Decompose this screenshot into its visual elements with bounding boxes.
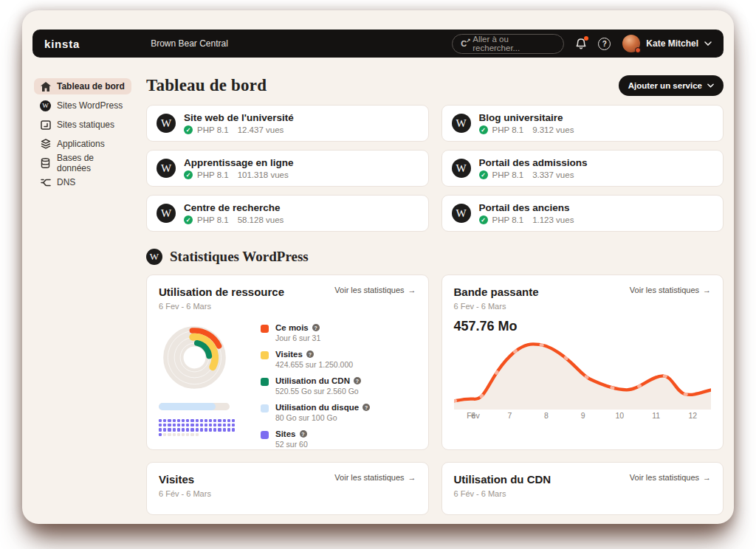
app-window: kinsta Brown Bear Central C↗ Aller à ou … [22,10,734,524]
legend-item: Ce mois? Jour 6 sur 31 [261,323,370,342]
wordpress-icon: W [452,204,471,223]
legend-item: Utilisation du disque? 80 Go sur 100 Go [261,403,370,422]
view-statistics-link[interactable]: Voir les statistiques→ [334,286,416,294]
legend-swatch [261,351,269,359]
resource-usage-card: Utilisation de ressource Voir les statis… [146,274,429,450]
user-menu[interactable]: Kate Mitchel [622,35,712,52]
site-dot [186,428,189,431]
site-dot [213,424,216,427]
site-dot [200,428,203,431]
view-statistics-link[interactable]: Voir les statistiques→ [630,473,711,482]
site-dot [163,428,166,431]
disk-usage-bar [159,403,230,410]
wordpress-icon: W [157,204,176,223]
question-icon: ? [598,38,611,50]
company-name: Brown Bear Central [151,38,228,49]
php-version: PHP 8.1 [197,170,229,179]
help-button[interactable]: ? [598,38,611,50]
site-dot [223,428,226,431]
site-dot [232,428,235,431]
help-icon[interactable]: ? [354,377,361,384]
x-tick: 10 [615,411,624,420]
kinsta-logo: kinsta [44,38,80,50]
site-dot [186,424,189,427]
legend-swatch [261,431,269,439]
sites-dot-grid [159,419,237,436]
sidebar-item-static-sites[interactable]: Sites statiques [34,117,131,133]
help-icon[interactable]: ? [300,430,307,438]
arrow-right-icon: → [703,286,711,294]
site-views: 9.312 vues [532,125,574,134]
sidebar-item-dashboard[interactable]: Tableau de bord [34,78,131,94]
site-dot [205,428,207,431]
wordpress-icon: W [157,114,176,133]
topbar: kinsta Brown Bear Central C↗ Aller à ou … [32,30,724,58]
view-statistics-link[interactable]: Voir les statistiques→ [630,286,711,294]
help-icon[interactable]: ? [362,404,370,411]
site-dot [196,433,199,436]
x-tick: 9 [581,411,585,420]
site-views: 1.123 vues [532,215,574,224]
site-dot [209,424,212,427]
card-title: Bande passante [454,286,539,298]
global-search-input[interactable]: C↗ Aller à ou rechercher... [452,34,564,54]
date-range: 6 Fév - 6 Mars [159,489,416,498]
site-card[interactable]: W Portail des admissions ✓ PHP 8.1 3.337… [441,150,724,187]
site-card[interactable]: W Centre de recherche ✓ PHP 8.1 58.128 v… [146,195,429,232]
site-dot [186,419,189,422]
bandwidth-x-axis: 6 7 8 9 10 11 12 Fév [454,410,712,429]
site-card[interactable]: W Portail des anciens ✓ PHP 8.1 1.123 vu… [441,195,724,232]
sidebar-item-applications[interactable]: Applications [34,136,131,152]
search-placeholder: Aller à ou rechercher... [472,35,555,52]
visits-card: Visites Voir les statistiques→ 6 Fév - 6… [146,462,429,515]
sites-grid: W Site web de l'université ✓ PHP 8.1 12.… [146,105,724,232]
notifications-button[interactable] [575,38,587,50]
sidebar-item-dns[interactable]: DNS [34,174,131,190]
wordpress-icon: W [452,114,471,133]
static-site-icon [40,120,51,131]
site-dot [168,424,171,427]
site-dot [182,419,185,422]
notification-dot [584,36,588,41]
site-dot [173,424,176,427]
user-name: Kate Mitchel [646,38,698,49]
page-title: Tableau de bord [146,76,267,95]
site-dot [168,433,171,436]
legend-swatch [261,378,269,386]
card-title: Visites [159,473,194,486]
site-dot [177,433,180,436]
chevron-down-icon [704,41,712,46]
dns-icon [40,177,51,188]
status-ok-icon: ✓ [479,125,488,134]
sidebar-item-databases[interactable]: Bases de données [34,155,131,171]
home-icon [40,81,51,92]
help-icon[interactable]: ? [312,324,320,331]
site-dot [190,424,193,427]
x-month-label: Fév [467,411,480,420]
card-title: Utilisation de ressource [159,286,284,298]
x-tick: 8 [544,411,549,420]
site-dot [218,424,221,427]
view-statistics-link[interactable]: Voir les statistiques→ [334,473,416,482]
site-card[interactable]: W Blog universitaire ✓ PHP 8.1 9.312 vue… [441,105,724,142]
chevron-down-icon [707,83,714,88]
site-dot [182,428,185,431]
site-dot [205,419,207,422]
legend-item: Sites? 52 sur 60 [261,429,370,449]
wordpress-icon: W [157,159,176,178]
site-dot [163,424,166,427]
add-service-button[interactable]: Ajouter un service [619,75,724,96]
status-ok-icon: ✓ [479,170,488,179]
date-range: 6 Fev - 6 Mars [159,302,416,311]
site-views: 101.318 vues [238,170,289,179]
site-dot [218,428,221,431]
site-dot [223,424,226,427]
sidebar-item-wordpress-sites[interactable]: W Sites WordPress [34,97,131,114]
go-to-icon: C↗ [461,40,467,48]
site-card[interactable]: W Site web de l'université ✓ PHP 8.1 12.… [146,105,429,142]
site-card[interactable]: W Apprentissage en ligne ✓ PHP 8.1 101.3… [146,150,429,187]
site-dot [232,419,235,422]
site-dot [213,428,216,431]
help-icon[interactable]: ? [306,351,314,358]
site-dot [227,428,230,431]
